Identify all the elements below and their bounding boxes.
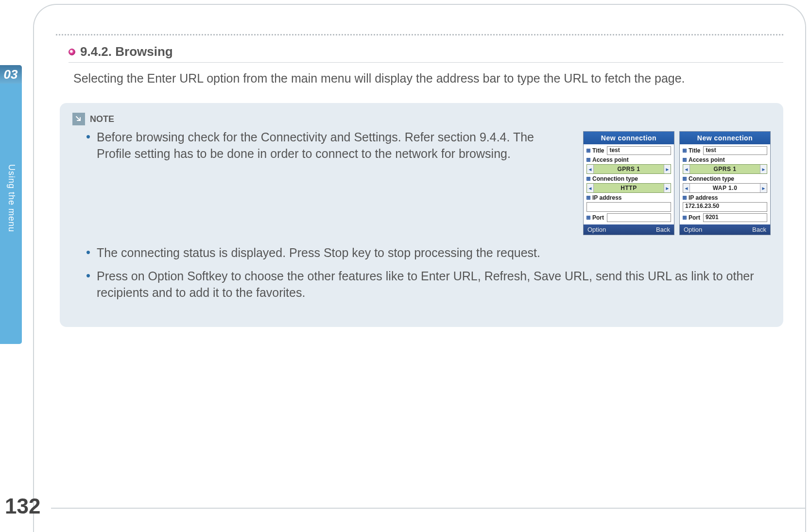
sidebar: 03 Using the menu: [0, 82, 22, 344]
screenshots: New connection Title test Access point ◄…: [583, 129, 771, 235]
sidebar-title: Using the menu: [6, 164, 17, 232]
title-field[interactable]: test: [607, 146, 671, 155]
chevron-left-icon[interactable]: ◄: [683, 184, 690, 192]
note-box: NOTE Before browsing check for the Conne…: [60, 103, 783, 327]
access-point-value: GPRS 1: [690, 165, 760, 173]
field-label-conn-type: Connection type: [683, 175, 767, 182]
note-bullet-2: The connecting status is displayed. Pres…: [86, 245, 771, 261]
softkey-option[interactable]: Option: [684, 226, 702, 233]
chevron-left-icon[interactable]: ◄: [587, 184, 594, 192]
section-heading: 9.4.2. Browsing: [56, 44, 783, 59]
dotted-rule: [56, 34, 783, 35]
footer-rule: [51, 508, 806, 509]
field-label-title: Title: [683, 147, 700, 154]
phone-screenshot-2: New connection Title test Access point ◄…: [679, 131, 771, 235]
port-field[interactable]: [607, 213, 671, 222]
section-rule: [69, 62, 783, 63]
access-point-selector[interactable]: ◄ GPRS 1 ►: [683, 164, 767, 174]
phone-screenshot-1: New connection Title test Access point ◄…: [583, 131, 674, 235]
note-bullet-1: Before browsing check for the Connectivi…: [86, 129, 571, 162]
note-label: NOTE: [90, 114, 114, 124]
chevron-left-icon[interactable]: ◄: [587, 165, 594, 173]
field-label-title: Title: [586, 147, 604, 154]
chevron-left-icon[interactable]: ◄: [683, 165, 690, 173]
chevron-right-icon[interactable]: ►: [760, 184, 767, 192]
phone-header: New connection: [584, 132, 674, 144]
access-point-selector[interactable]: ◄ GPRS 1 ►: [586, 164, 671, 174]
softkey-option[interactable]: Option: [587, 226, 606, 233]
chevron-right-icon[interactable]: ►: [760, 165, 767, 173]
chevron-right-icon[interactable]: ►: [664, 184, 671, 192]
chapter-badge: 03: [0, 65, 22, 84]
title-field[interactable]: test: [703, 146, 767, 155]
ip-field[interactable]: [586, 202, 671, 212]
field-label-port: Port: [683, 214, 700, 221]
field-label-access-point: Access point: [683, 156, 767, 163]
connection-type-value: HTTP: [594, 184, 664, 192]
page-frame: 9.4.2. Browsing Selecting the Enter URL …: [33, 4, 806, 532]
softkey-back[interactable]: Back: [752, 226, 766, 233]
port-field[interactable]: 9201: [703, 213, 767, 222]
intro-text: Selecting the Enter URL option from the …: [56, 71, 783, 86]
access-point-value: GPRS 1: [594, 165, 664, 173]
connection-type-selector[interactable]: ◄ WAP 1.0 ►: [683, 183, 767, 193]
page-number: 132: [5, 494, 40, 518]
field-label-ip: IP address: [586, 194, 671, 201]
field-label-access-point: Access point: [586, 156, 671, 163]
connection-type-value: WAP 1.0: [690, 184, 760, 192]
bullet-icon: [69, 49, 75, 55]
connection-type-selector[interactable]: ◄ HTTP ►: [586, 183, 671, 193]
phone-header: New connection: [680, 132, 770, 144]
field-label-port: Port: [586, 214, 604, 221]
arrow-down-right-icon: [72, 113, 85, 125]
section-title: 9.4.2. Browsing: [80, 44, 173, 59]
field-label-ip: IP address: [683, 194, 767, 201]
ip-field[interactable]: 172.16.23.50: [683, 202, 767, 212]
note-heading: NOTE: [72, 113, 771, 125]
softkey-back[interactable]: Back: [656, 226, 670, 233]
chevron-right-icon[interactable]: ►: [664, 165, 671, 173]
note-bullet-3: Press on Option Softkey to choose the ot…: [86, 268, 771, 301]
field-label-conn-type: Connection type: [586, 175, 671, 182]
